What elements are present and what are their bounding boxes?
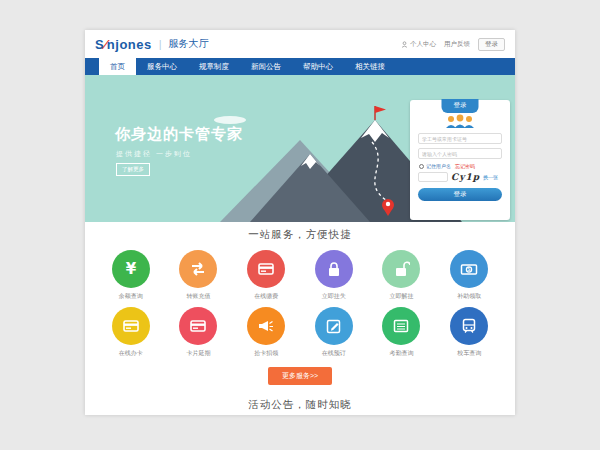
user-icon [401,41,408,48]
yen-icon: ¥ [112,250,150,288]
announcements-section: 活动公告，随时知晓 使用指南 最新公告 更多>> 使用指南 更多>> [85,392,515,415]
nav-item-5[interactable]: 相关链接 [344,58,396,75]
edit-icon [315,307,353,345]
remember-row: 记住用户名 忘记密码 [419,163,502,169]
service-item-6[interactable]: 在线办卡 [97,307,165,358]
remember-checkbox[interactable] [419,164,424,169]
remember-label: 记住用户名 [426,163,451,169]
forgot-password-link[interactable]: 忘记密码 [455,163,475,169]
username-input[interactable] [418,133,502,144]
header: S⁄njones | 服务大厅 个人中心 用户反馈 登录 [85,30,515,58]
captcha-image: Cy1p [451,172,480,182]
nav-item-3[interactable]: 新闻公告 [240,58,292,75]
portal-title: 服务大厅 [169,37,209,51]
more-services-button[interactable]: 更多服务>> [268,367,332,385]
captcha-row: Cy1p 换一张 [418,172,502,182]
service-item-8[interactable]: 拾卡招领 [232,307,300,358]
login-tab[interactable]: 登录 [442,99,479,113]
hero-title: 你身边的卡管专家 [115,125,243,144]
service-label: 立即挂失 [300,292,368,301]
header-divider: | [159,38,162,50]
header-links: 个人中心 用户反馈 登录 [401,38,505,51]
service-item-5[interactable]: $补助领取 [435,250,503,301]
service-label: 转账充值 [165,292,233,301]
users-icon [418,114,502,129]
password-input[interactable] [418,148,502,159]
captcha-input[interactable] [418,172,448,182]
nav-item-2[interactable]: 规章制度 [188,58,240,75]
services-title: 一站服务，方便快捷 [85,228,515,242]
nav-item-4[interactable]: 帮助中心 [292,58,344,75]
money-icon: $ [450,250,488,288]
unlock-icon [382,250,420,288]
transfer-icon [179,250,217,288]
service-label: 考勤查询 [368,349,436,358]
main-nav: 首页服务中心规章制度新闻公告帮助中心相关链接 [85,58,515,75]
hero-subtitle: 提供捷径 一步到位 [116,149,192,159]
personal-center-link[interactable]: 个人中心 [401,40,436,49]
service-label: 校车查询 [435,349,503,358]
captcha-refresh-link[interactable]: 换一张 [483,174,498,180]
service-item-10[interactable]: 考勤查询 [368,307,436,358]
lock-icon [315,250,353,288]
hero-cta-button[interactable]: 了解更多 [116,163,150,176]
header-login-button[interactable]: 登录 [478,38,505,51]
login-submit-button[interactable]: 登录 [418,188,502,201]
services-section: 一站服务，方便快捷 ¥余额查询转账充值在线缴费立即挂失立即解挂$补助领取在线办卡… [85,222,515,385]
announcements-title: 活动公告，随时知晓 [85,398,515,412]
brand-logo[interactable]: S⁄njones [95,37,152,52]
bus-icon [450,307,488,345]
card-icon [112,307,150,345]
card-icon [179,307,217,345]
portal-page: S⁄njones | 服务大厅 个人中心 用户反馈 登录 首页服务中心规章制度新… [85,30,515,415]
card-icon [247,250,285,288]
service-label: 立即解挂 [368,292,436,301]
service-item-0[interactable]: ¥余额查询 [97,250,165,301]
service-label: 在线办卡 [97,349,165,358]
service-item-7[interactable]: 卡片延期 [165,307,233,358]
service-item-2[interactable]: 在线缴费 [232,250,300,301]
list-icon [382,307,420,345]
service-item-11[interactable]: 校车查询 [435,307,503,358]
service-item-9[interactable]: 在线预订 [300,307,368,358]
megaphone-icon [247,307,285,345]
nav-item-1[interactable]: 服务中心 [136,58,188,75]
service-label: 在线预订 [300,349,368,358]
service-item-4[interactable]: 立即解挂 [368,250,436,301]
hero-banner: 你身边的卡管专家 提供捷径 一步到位 了解更多 登录 记住用户名 忘记密码 [85,75,515,222]
svg-text:$: $ [468,266,471,272]
service-label: 卡片延期 [165,349,233,358]
service-item-1[interactable]: 转账充值 [165,250,233,301]
service-item-3[interactable]: 立即挂失 [300,250,368,301]
service-label: 余额查询 [97,292,165,301]
services-grid: ¥余额查询转账充值在线缴费立即挂失立即解挂$补助领取在线办卡卡片延期拾卡招领在线… [97,250,503,358]
service-label: 补助领取 [435,292,503,301]
svg-text:¥: ¥ [126,260,137,278]
brand-text: njones [107,37,152,52]
service-label: 拾卡招领 [232,349,300,358]
service-label: 在线缴费 [232,292,300,301]
nav-item-0[interactable]: 首页 [99,58,136,75]
feedback-link[interactable]: 用户反馈 [444,40,470,49]
login-panel: 登录 记住用户名 忘记密码 Cy1p 换一张 登录 [410,100,510,220]
